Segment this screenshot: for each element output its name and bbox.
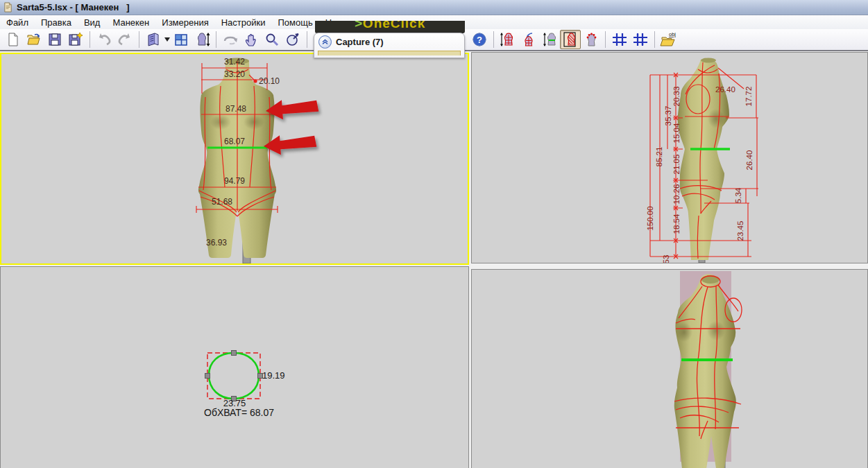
zoom-extents-button[interactable] bbox=[282, 30, 303, 49]
rotate-view-button[interactable] bbox=[220, 30, 241, 49]
viewport-section[interactable]: 19.19 23.75 ОбХВАТ= 68.07 bbox=[0, 266, 469, 468]
import-obj-button[interactable]: obj bbox=[658, 30, 679, 49]
viewport-perspective[interactable] bbox=[471, 269, 868, 468]
new-document-button[interactable] bbox=[3, 30, 24, 49]
toolbar-separator bbox=[654, 31, 655, 48]
grid-icon bbox=[611, 32, 628, 47]
side-label-neck-26-40: 26.40 bbox=[715, 85, 735, 94]
side-label-35-37: 35.37 bbox=[664, 106, 672, 126]
section-depth-label: 19.19 bbox=[262, 370, 285, 381]
menu-mannequin[interactable]: Манекен bbox=[106, 16, 155, 29]
grid-dense-button[interactable] bbox=[630, 30, 651, 49]
new-document-icon bbox=[6, 32, 21, 47]
side-label-53-clipped: 53 bbox=[662, 255, 670, 263]
viewport-layout-button[interactable] bbox=[171, 30, 192, 49]
front-calf-label: 36.93 bbox=[206, 238, 227, 248]
side-label-17-72: 17.72 bbox=[744, 87, 753, 107]
toolbar-separator bbox=[139, 31, 139, 48]
menu-view[interactable]: Вид bbox=[78, 16, 107, 29]
obj-label: obj bbox=[669, 31, 676, 37]
dropdown-arrow-icon bbox=[164, 37, 170, 42]
toolbar-separator bbox=[605, 31, 606, 48]
open-file-button[interactable] bbox=[24, 30, 44, 49]
oneclick-logo: >OneClick bbox=[355, 21, 425, 33]
toolbar-separator bbox=[90, 31, 90, 48]
front-hips-label: 94.79 bbox=[224, 176, 245, 186]
workspace: 31.42 33.20 20.10 87.48 68.07 94.79 51.6… bbox=[0, 51, 868, 468]
undo-icon bbox=[96, 32, 112, 47]
toolbar-separator bbox=[307, 31, 307, 48]
mannequin-height-button[interactable] bbox=[192, 30, 212, 49]
zoom-extents-icon bbox=[285, 32, 300, 47]
capture-panel: Capture (7) bbox=[314, 33, 465, 58]
measure-girth-button[interactable] bbox=[497, 30, 518, 49]
toolbar-separator bbox=[493, 31, 494, 48]
menu-help[interactable]: Помощь bbox=[271, 16, 318, 29]
front-thigh-label: 51.68 bbox=[212, 197, 232, 207]
viewport-side[interactable]: 20.33 15.04 21.05 10.26 18.54 35.37 85.2… bbox=[471, 52, 868, 263]
help-button[interactable]: ? bbox=[469, 30, 490, 49]
save-button[interactable] bbox=[44, 30, 65, 49]
measure-arrow-button[interactable] bbox=[518, 30, 539, 49]
front-chest-width-label: 33.20 bbox=[224, 69, 245, 79]
mannequin-points-icon bbox=[583, 32, 599, 47]
zoom-icon bbox=[264, 32, 280, 47]
import-obj-icon: obj bbox=[660, 31, 678, 48]
mannequin-select-button[interactable] bbox=[560, 30, 581, 49]
window-title: Sarta5-5.lsx - [ Манекен ] bbox=[17, 2, 130, 12]
help-icon: ? bbox=[472, 32, 487, 47]
menu-measurements[interactable]: Измерения bbox=[155, 16, 214, 29]
capture-thumbnail-strip[interactable] bbox=[318, 51, 461, 55]
side-label-10-26: 10.26 bbox=[672, 184, 681, 205]
section-handle-left[interactable] bbox=[205, 374, 210, 379]
title-bar: Sarta5-5.lsx - [ Манекен ] bbox=[0, 0, 868, 15]
section-handle-top[interactable] bbox=[232, 351, 237, 356]
side-label-150-00: 150.00 bbox=[646, 206, 654, 230]
redo-button[interactable] bbox=[114, 30, 135, 49]
measure-waist-button[interactable] bbox=[539, 30, 560, 49]
side-label-85-21: 85.21 bbox=[655, 147, 663, 167]
zoom-button[interactable] bbox=[262, 30, 282, 49]
save-as-icon bbox=[68, 32, 83, 47]
save-icon bbox=[47, 32, 62, 47]
save-as-button[interactable] bbox=[65, 30, 86, 49]
measure-waist-mannequin-icon bbox=[541, 32, 558, 47]
front-shoulder-label: 20.10 bbox=[259, 76, 280, 86]
collapse-panel-button[interactable] bbox=[318, 35, 332, 49]
oneclick-logo-prefix: > bbox=[355, 21, 363, 31]
menu-file[interactable]: Файл bbox=[0, 16, 35, 29]
side-label-18-54: 18.54 bbox=[672, 214, 681, 234]
mannequin-points-button[interactable] bbox=[581, 30, 602, 49]
grid-dense-icon bbox=[632, 32, 649, 47]
menu-edit[interactable]: Правка bbox=[35, 16, 78, 29]
side-label-20-33: 20.33 bbox=[672, 87, 681, 107]
section-handles[interactable] bbox=[205, 351, 263, 401]
app-icon bbox=[3, 2, 13, 12]
grid-button[interactable] bbox=[609, 30, 630, 49]
menu-settings[interactable]: Настройки bbox=[215, 16, 272, 29]
measure-girth-mannequin-icon bbox=[500, 32, 516, 47]
pan-hand-button[interactable] bbox=[241, 30, 262, 49]
viewport-layout-icon bbox=[173, 32, 189, 47]
section-girth-label: ОбХВАТ= 68.07 bbox=[204, 407, 274, 418]
pan-hand-icon bbox=[244, 32, 259, 47]
waist-section-curve[interactable] bbox=[209, 353, 259, 399]
chevron-up-icon bbox=[321, 38, 329, 46]
rotate-view-icon bbox=[222, 32, 239, 47]
side-label-5-34: 5.34 bbox=[734, 187, 742, 203]
side-label-21-05: 21.05 bbox=[672, 155, 681, 175]
toolbar-separator bbox=[216, 31, 216, 48]
mannequin-select-icon bbox=[562, 32, 579, 47]
document-pages-dropdown[interactable] bbox=[164, 31, 171, 49]
viewport-front[interactable]: 31.42 33.20 20.10 87.48 68.07 94.79 51.6… bbox=[0, 53, 469, 265]
capture-count-label: Capture (7) bbox=[336, 37, 384, 47]
mannequin-height-icon bbox=[194, 32, 210, 47]
redo-icon bbox=[117, 32, 133, 47]
oneclick-banner: >OneClick bbox=[315, 21, 465, 33]
document-pages-icon bbox=[146, 32, 161, 47]
oneclick-logo-text: OneClick bbox=[363, 21, 425, 31]
measure-arrow-mannequin-icon bbox=[520, 32, 537, 47]
undo-button[interactable] bbox=[94, 30, 114, 49]
document-pages-button[interactable] bbox=[143, 30, 164, 49]
front-top-width-label: 31.42 bbox=[224, 57, 245, 67]
